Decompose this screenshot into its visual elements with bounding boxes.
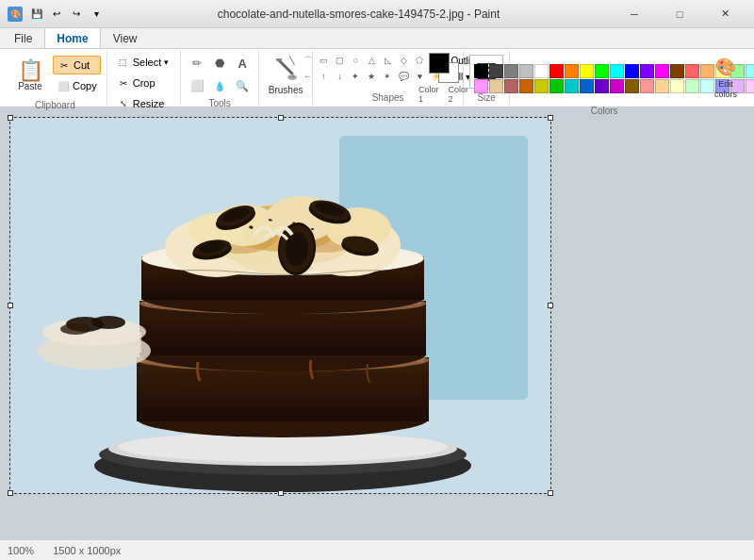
save-quick-btn[interactable]: 💾: [28, 6, 45, 23]
copy-label: Copy: [73, 80, 97, 91]
copy-button[interactable]: ⬜ Copy: [53, 76, 101, 95]
color-swatch[interactable]: [534, 79, 549, 93]
shape-callout[interactable]: 💬: [396, 69, 411, 84]
shape-rect[interactable]: ▭: [316, 53, 331, 68]
title-bar: 🎨 💾 ↩ ↪ ▾ chocolate-and-nutella-smores-c…: [0, 0, 754, 28]
color-swatch[interactable]: [595, 79, 609, 93]
shape-rtriangle[interactable]: ◺: [380, 53, 395, 68]
color-selector[interactable]: [429, 53, 459, 83]
right-buttons: 🎨 Editcolors 🖌 Edit withPaint 3D ℹ Produ…: [698, 51, 754, 105]
customize-quick-btn[interactable]: ▾: [88, 6, 105, 23]
cake-image: [9, 117, 551, 494]
crop-label: Crop: [133, 77, 156, 89]
color-swatch[interactable]: [580, 64, 594, 78]
select-icon: ⬚: [117, 56, 130, 69]
color-swatch[interactable]: [489, 64, 503, 78]
text-tool[interactable]: A: [232, 53, 253, 74]
maximize-button[interactable]: □: [658, 0, 701, 28]
color-swatch[interactable]: [670, 79, 684, 93]
color-swatch[interactable]: [519, 64, 533, 78]
picker-tool[interactable]: 💧: [209, 75, 230, 96]
crop-button[interactable]: ✂ Crop: [113, 74, 174, 92]
undo-quick-btn[interactable]: ↩: [48, 6, 65, 23]
svg-rect-53: [311, 228, 314, 230]
status-zoom: 100%: [8, 545, 34, 556]
color-swatch[interactable]: [640, 64, 654, 78]
resize-button[interactable]: ⤡ Resize: [113, 94, 174, 113]
color-swatch[interactable]: [474, 79, 488, 93]
crop-icon: ✂: [117, 76, 130, 90]
edit-colors-label: Editcolors: [714, 79, 737, 100]
color-swatch[interactable]: [504, 79, 518, 93]
shape-arrow-u[interactable]: ↑: [316, 69, 331, 84]
color-swatch[interactable]: [685, 79, 699, 93]
color-swatch[interactable]: [504, 64, 518, 78]
color-swatch[interactable]: [595, 64, 609, 78]
clipboard-group: 📋 Paste ✂ Cut ⬜ Copy Clipboard: [4, 51, 107, 105]
color-swatch[interactable]: [625, 79, 639, 93]
minimize-button[interactable]: ─: [613, 0, 656, 28]
cut-button[interactable]: ✂ Cut: [53, 56, 101, 74]
paint-canvas[interactable]: [9, 117, 551, 494]
handle-top-left[interactable]: [8, 115, 13, 121]
handle-top-right[interactable]: [548, 115, 553, 121]
color-swatch[interactable]: [655, 64, 669, 78]
colors-group: Color1 Color2 Colors: [510, 51, 698, 105]
redo-quick-btn[interactable]: ↪: [68, 6, 85, 23]
fill-tool[interactable]: ⬣: [209, 53, 230, 74]
color-swatch[interactable]: [519, 79, 533, 93]
resize-label: Resize: [133, 98, 165, 109]
shape-star5[interactable]: ★: [364, 69, 379, 84]
color2-label: Color2: [449, 85, 469, 104]
shape-star4[interactable]: ✦: [348, 69, 363, 84]
handle-top-center[interactable]: [278, 115, 284, 121]
color-swatch[interactable]: [565, 79, 579, 93]
magnify-tool[interactable]: 🔍: [232, 75, 253, 96]
tab-view[interactable]: View: [101, 27, 150, 48]
paste-label: Paste: [18, 81, 42, 91]
color-swatch[interactable]: [685, 64, 699, 78]
select-button[interactable]: ⬚ Select ▾: [113, 53, 174, 72]
color-swatch[interactable]: [625, 64, 639, 78]
handle-middle-right[interactable]: [548, 303, 553, 308]
shape-curve[interactable]: ⌒: [300, 53, 315, 68]
color-swatch[interactable]: [670, 64, 684, 78]
cut-icon: ✂: [57, 58, 71, 72]
close-button[interactable]: ✕: [703, 0, 746, 28]
paste-icon: 📋: [18, 60, 43, 81]
shape-arrow-r[interactable]: →: [284, 69, 299, 84]
handle-bottom-left[interactable]: [8, 490, 13, 496]
colors-label: Colors: [516, 104, 693, 116]
shape-triangle[interactable]: △: [364, 53, 379, 68]
shape-arrow-d[interactable]: ↓: [332, 69, 347, 84]
color-swatch[interactable]: [474, 64, 488, 78]
color-swatch[interactable]: [610, 64, 624, 78]
shape-diamond[interactable]: ◇: [396, 53, 411, 68]
shape-star6[interactable]: ✶: [380, 69, 395, 84]
color-swatch[interactable]: [580, 79, 594, 93]
color1-label: Color1: [418, 85, 439, 104]
tab-file[interactable]: File: [2, 27, 44, 48]
color-swatch[interactable]: [640, 79, 654, 93]
edit-colors-button[interactable]: 🎨 Editcolors: [700, 53, 751, 104]
shape-roundrect[interactable]: ▢: [332, 53, 347, 68]
handle-bottom-right[interactable]: [548, 490, 553, 496]
pencil-tool[interactable]: ✏: [187, 53, 207, 74]
color-swatch[interactable]: [610, 79, 624, 93]
tab-home[interactable]: Home: [44, 27, 100, 48]
shape-arrow-l[interactable]: ←: [300, 69, 315, 84]
copy-icon: ⬜: [57, 79, 70, 92]
paste-button[interactable]: 📋 Paste: [9, 53, 51, 98]
color-swatch[interactable]: [534, 64, 549, 78]
eraser-tool[interactable]: ⬜: [187, 75, 207, 96]
handle-middle-left[interactable]: [8, 303, 13, 308]
color-swatch[interactable]: [549, 79, 564, 93]
handle-bottom-center[interactable]: [278, 490, 284, 496]
color-swatch[interactable]: [565, 64, 579, 78]
shape-ellipse[interactable]: ○: [348, 53, 363, 68]
shape-line[interactable]: ╲: [284, 53, 299, 68]
color-swatch[interactable]: [655, 79, 669, 93]
canvas-area[interactable]: [0, 107, 754, 539]
color-swatch[interactable]: [489, 79, 503, 93]
color-swatch[interactable]: [549, 64, 564, 78]
